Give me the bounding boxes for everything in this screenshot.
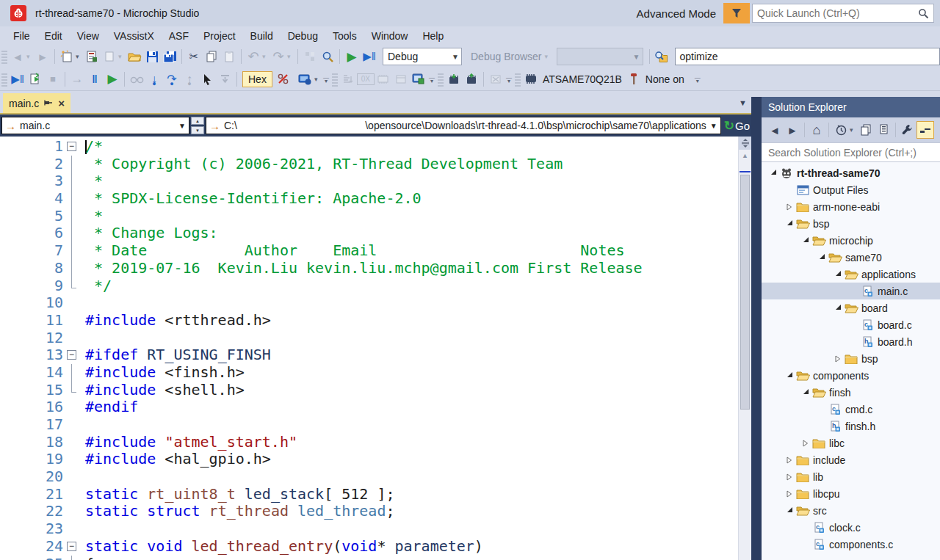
code-line-17[interactable]: 17	[0, 416, 738, 434]
code-line-20[interactable]: 20	[0, 468, 738, 486]
tree-item-src[interactable]: src	[762, 502, 940, 519]
expanded-arrow-icon[interactable]	[767, 170, 779, 175]
code-line-18[interactable]: 18#include "atmel_start.h"	[0, 434, 738, 451]
stop-icon[interactable]: ■	[44, 70, 62, 88]
hex-toggle-button[interactable]: Hex	[242, 71, 272, 87]
memory-icon[interactable]	[375, 70, 392, 88]
tree-item-output-files[interactable]: Output Files	[762, 181, 940, 198]
collapsed-arrow-icon[interactable]	[784, 490, 795, 498]
cut-icon[interactable]: ✂	[185, 48, 203, 65]
redo-dropdown-icon[interactable]: ▾	[287, 53, 294, 60]
redo-icon[interactable]: ↷	[270, 48, 287, 65]
se-forward-icon[interactable]: ►	[784, 121, 801, 139]
code-line-10[interactable]: 10	[0, 294, 738, 312]
close-icon[interactable]: ×	[58, 98, 65, 109]
tree-item-rt-thread-same70[interactable]: rt-thread-same70	[762, 164, 940, 181]
step-over-icon[interactable]: ↷●	[163, 70, 181, 88]
paste-icon[interactable]	[220, 48, 238, 65]
code-line-23[interactable]: 23	[0, 520, 738, 538]
run-to-cursor-icon[interactable]	[216, 70, 234, 88]
code-line-6[interactable]: 6 * Change Logs:	[0, 225, 738, 242]
cursor-arrow-icon[interactable]	[198, 70, 216, 88]
tree-item-libcpu[interactable]: libcpu	[762, 485, 940, 502]
undo-dropdown-icon[interactable]: ▾	[262, 53, 270, 60]
continue-icon[interactable]: ▶‖	[9, 70, 26, 88]
add-item-icon[interactable]	[83, 48, 101, 65]
expanded-arrow-icon[interactable]	[784, 508, 795, 513]
code-line-3[interactable]: 3 *	[0, 172, 738, 190]
go-button[interactable]: ↻ Go	[724, 118, 750, 134]
editor-vertical-scrollbar[interactable]: ▲	[738, 137, 751, 560]
tree-item-bsp[interactable]: bsp	[762, 350, 940, 367]
tree-item-main-c[interactable]: cmain.c	[762, 283, 940, 299]
code-line-19[interactable]: 19#include <hal_gpio.h>	[0, 451, 738, 468]
show-next-statement-icon[interactable]: →	[68, 70, 86, 88]
file-path-combo[interactable]: → C:\ \opensource\Downloads\rt-thread-4.…	[206, 117, 721, 134]
io-view-icon[interactable]	[410, 70, 427, 88]
tree-item-components-c[interactable]: ccomponents.c	[762, 536, 940, 553]
code-line-8[interactable]: 8 * 2019-07-16 Kevin.Liu kevin.liu.mchp@…	[0, 260, 738, 277]
navigate-back-dropdown-icon[interactable]: ▾	[26, 53, 34, 60]
navigate-back-icon[interactable]: ◄	[9, 48, 26, 65]
erase-device-icon[interactable]	[487, 70, 505, 88]
undo-icon[interactable]: ↶	[245, 48, 262, 65]
tree-item-include[interactable]: include	[762, 451, 940, 468]
menu-item-help[interactable]: Help	[415, 27, 451, 45]
tree-item-arm-none-eabi[interactable]: arm-none-eabi	[762, 198, 940, 215]
se-back-icon[interactable]: ◄	[766, 121, 784, 139]
tab-main-c[interactable]: main.c ×	[3, 93, 70, 113]
device-chip-icon[interactable]	[522, 70, 540, 88]
menu-item-vassistx[interactable]: VAssistX	[106, 27, 162, 45]
tree-item-board-c[interactable]: cboard.c	[762, 316, 940, 333]
step-out-icon[interactable]: ↑●	[181, 70, 198, 88]
show-all-files-toggle-icon[interactable]	[916, 121, 934, 139]
advanced-mode-funnel-icon[interactable]	[723, 3, 750, 23]
code-line-12[interactable]: 12	[0, 330, 738, 347]
properties-wrench-icon[interactable]	[899, 121, 916, 139]
solution-explorer-title[interactable]: Solution Explorer	[762, 97, 940, 117]
toolbar-grip[interactable]	[515, 72, 521, 87]
menu-item-asf[interactable]: ASF	[162, 27, 196, 45]
restart-icon[interactable]	[26, 70, 44, 88]
code-line-5[interactable]: 5 *	[0, 208, 738, 225]
pin-icon[interactable]	[44, 98, 53, 109]
expanded-arrow-icon[interactable]	[784, 221, 795, 226]
registers-icon[interactable]: 0X	[357, 73, 375, 85]
collapsed-arrow-icon[interactable]	[784, 203, 795, 211]
debug-windows-dropdown-icon[interactable]: ▾	[314, 76, 322, 83]
code-line-14[interactable]: 14#include <finsh.h>	[0, 364, 738, 382]
new-project-dropdown-icon[interactable]: ▾	[76, 53, 83, 60]
toolbar-grip[interactable]	[1, 72, 7, 87]
code-line-24[interactable]: 24−static void led_thread_entry(void* pa…	[0, 538, 738, 556]
solution-configuration-combo[interactable]: Debug ▼	[383, 48, 462, 65]
tree-item-board[interactable]: board	[762, 299, 940, 316]
disassembly-icon[interactable]	[339, 70, 357, 88]
tree-item-lib[interactable]: lib	[762, 468, 940, 485]
tree-item-finsh-h[interactable]: hfinsh.h	[762, 418, 940, 434]
read-device-icon[interactable]	[463, 70, 480, 88]
tree-item-applications[interactable]: applications	[762, 266, 940, 283]
menu-item-debug[interactable]: Debug	[281, 27, 325, 45]
debug-browser-label[interactable]: Debug Browser	[471, 51, 542, 62]
save-all-icon[interactable]	[161, 48, 178, 65]
program-device-icon[interactable]	[445, 70, 463, 88]
scrollbar-thumb[interactable]	[740, 175, 750, 410]
home-icon[interactable]: ⌂	[808, 121, 825, 139]
tree-item-libc[interactable]: libc	[762, 434, 940, 451]
device-name-label[interactable]: ATSAME70Q21B	[543, 73, 622, 85]
autos-glasses-icon[interactable]	[128, 70, 145, 88]
pending-changes-filter-icon[interactable]	[832, 121, 850, 139]
code-line-2[interactable]: 2 * Copyright (c) 2006-2021, RT-Thread D…	[0, 156, 738, 173]
tree-item-bsp[interactable]: bsp	[762, 215, 940, 232]
splitter-grip-icon[interactable]	[739, 137, 751, 150]
new-project-icon[interactable]	[58, 48, 76, 65]
tree-item-microchip[interactable]: microchip	[762, 232, 940, 249]
start-debugging-break-icon[interactable]: ▶‖	[361, 48, 378, 65]
code-line-7[interactable]: 7 * Date Author Email Notes	[0, 242, 738, 260]
collapsed-arrow-icon[interactable]	[784, 473, 795, 481]
file-scope-combo[interactable]: → main.c ▼	[1, 117, 189, 134]
toolbar-grip[interactable]	[332, 72, 338, 87]
menu-item-edit[interactable]: Edit	[37, 27, 70, 45]
step-into-icon[interactable]: ↓●	[145, 70, 163, 88]
code-line-21[interactable]: 21static rt_uint8_t led_stack[ 512 ];	[0, 486, 738, 503]
